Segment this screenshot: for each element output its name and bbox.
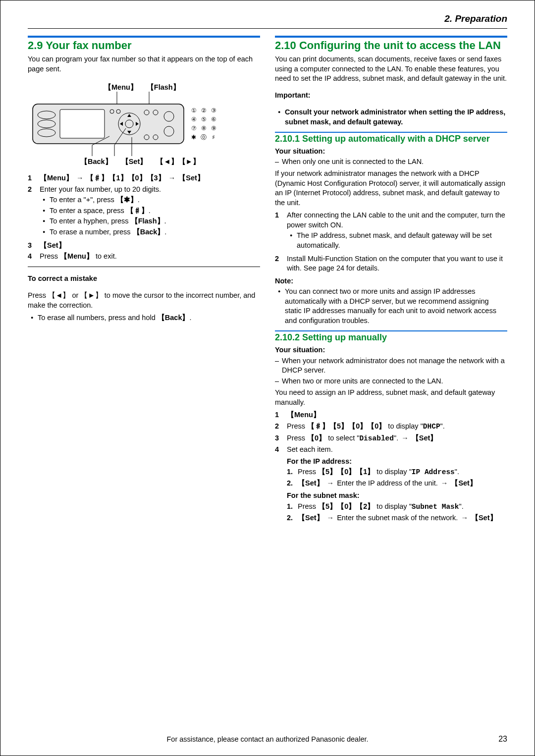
subsection-rule <box>275 330 507 331</box>
substep-1: 1. Press 501 to display "IP Address". <box>287 467 507 478</box>
hash-key: ♯ <box>126 207 149 215</box>
step-2: 2 Enter your fax number, up to 20 digits… <box>28 185 260 239</box>
svg-text:④: ④ <box>191 116 197 123</box>
display-text: Subnet Mask <box>412 503 459 511</box>
label-menu: Menu <box>104 83 138 93</box>
label-set: Set <box>121 157 148 167</box>
section-heading: 2.10 Configuring the unit to access the … <box>275 39 507 52</box>
set-button-ref: Set <box>451 479 477 487</box>
key-0: 0 <box>348 422 367 430</box>
arrow-icon: → <box>400 434 410 442</box>
step-text: After connecting the LAN cable to the un… <box>287 211 505 229</box>
device-svg: ①②③ ④⑤⑥ ⑦⑧⑨ ✱⓪♯ <box>28 92 228 156</box>
bullet: The IP address, subnet mask, and default… <box>297 231 507 250</box>
hash-key: ♯ <box>86 174 108 182</box>
intro-text: You can print documents, scan documents,… <box>275 54 507 84</box>
set-button-ref: Set <box>412 434 438 442</box>
svg-text:⑨: ⑨ <box>211 125 216 132</box>
key-1: 1 <box>356 468 374 476</box>
chapter-label: 2. Preparation <box>28 12 507 25</box>
section-rule <box>28 36 260 38</box>
columns: 2.9 Your fax number You can program your… <box>28 36 507 525</box>
left-column: 2.9 Your fax number You can program your… <box>28 36 260 525</box>
page: 2. Preparation 2.9 Your fax number You c… <box>0 0 535 756</box>
important-label: Important: <box>275 91 507 101</box>
situation-item: When your network administrator does not… <box>282 356 507 376</box>
bullet: To enter a hyphen, press Flash. <box>50 216 260 226</box>
label-arrows: 【◄】【►】 <box>156 157 200 167</box>
svg-text:⓪: ⓪ <box>201 134 207 141</box>
key-0: 0 <box>128 174 147 182</box>
substep-2: 2. Set → Enter the subnet mask of the ne… <box>287 513 507 523</box>
section-rule <box>275 36 507 38</box>
mistake-heading: To correct a mistake <box>28 274 260 284</box>
subsection-heading: 2.10.2 Setting up manually <box>275 332 507 343</box>
set-button-ref: Set <box>298 514 324 522</box>
body-text: If your network administrator manages th… <box>275 169 507 208</box>
svg-text:⑦: ⑦ <box>191 125 197 132</box>
step-text: Install Multi-Function Station on the co… <box>287 254 507 273</box>
set-button-ref: Set <box>471 514 497 522</box>
device-diagram: Menu Flash <box>28 83 260 166</box>
key-5: 5 <box>318 502 337 510</box>
svg-text:⑥: ⑥ <box>211 116 216 123</box>
ip-heading: For the IP address: <box>287 457 507 467</box>
step-2: 2 Install Multi-Function Station on the … <box>275 254 507 273</box>
subnet-heading: For the subnet mask: <box>287 491 507 501</box>
key-0: 0 <box>337 502 356 510</box>
arrow-icon: → <box>326 479 335 487</box>
step-text: Set each item. <box>287 445 333 453</box>
label-flash: Flash <box>147 83 180 93</box>
key-0: 0 <box>367 422 386 430</box>
step-1: 1 After connecting the LAN cable to the … <box>275 211 507 252</box>
substep-2: 2. Set → Enter the IP address of the uni… <box>287 479 507 488</box>
set-button-ref: Set <box>178 174 205 182</box>
note-bullet: You can connect two or more units and as… <box>285 287 507 325</box>
set-button-ref: Set <box>40 241 66 249</box>
menu-button-ref: Menu <box>287 411 321 419</box>
bullet: To enter a "+", press ✱. <box>50 195 260 205</box>
bullet: To erase all numbers, press and hold Bac… <box>38 313 260 323</box>
menu-button-ref: Menu <box>40 174 73 182</box>
svg-text:✱: ✱ <box>191 134 196 141</box>
subsection-heading: 2.10.1 Setting up automatically with a D… <box>275 134 507 145</box>
arrow-icon: → <box>326 514 335 522</box>
situation-label: Your situation: <box>275 147 507 157</box>
arrow-icon: → <box>167 174 177 182</box>
arrow-icon: → <box>440 479 449 487</box>
key-0: 0 <box>307 434 326 442</box>
svg-text:♯: ♯ <box>212 134 215 141</box>
thin-rule <box>28 267 260 267</box>
star-key: ✱ <box>116 196 138 204</box>
svg-text:③: ③ <box>211 107 216 114</box>
subsection-rule <box>275 132 507 133</box>
back-button-ref: Back <box>158 314 190 322</box>
mistake-text: Press 【◄】 or 【►】 to move the cursor to t… <box>28 291 260 310</box>
top-rule <box>28 28 507 29</box>
footer-text: For assistance, please contact an author… <box>28 735 507 745</box>
label-back: Back <box>80 157 112 167</box>
intro-text: You can program your fax number so that … <box>28 54 260 74</box>
menu-button-ref: Menu <box>60 252 94 260</box>
step-text: Enter your fax number, up to 20 digits. <box>40 185 161 193</box>
svg-text:⑧: ⑧ <box>201 125 207 132</box>
key-3: 3 <box>147 174 165 182</box>
step-4: 4 Press Menu to exit. <box>28 252 260 262</box>
bullet: To enter a space, press ♯. <box>50 206 260 216</box>
arrow-icon: → <box>460 514 469 522</box>
note-label: Note: <box>275 276 507 286</box>
hash-key: ♯ <box>307 422 329 430</box>
step-2: 2 Press ♯500 to display "DHCP". <box>275 422 507 432</box>
flash-button-ref: Flash <box>131 217 164 225</box>
bullet: To erase a number, press Back. <box>50 227 260 237</box>
step-1: 1 Menu <box>275 410 507 420</box>
important-bullet: Consult your network administrator when … <box>285 108 507 127</box>
display-text: Disabled <box>359 434 394 442</box>
svg-text:②: ② <box>201 107 207 114</box>
key-0: 0 <box>337 468 356 476</box>
body-text: You need to assign an IP address, subnet… <box>275 388 507 407</box>
situation-item: When two or more units are connected to … <box>282 377 507 386</box>
display-text: IP Address <box>412 468 455 476</box>
section-heading: 2.9 Your fax number <box>28 39 260 52</box>
display-text: DHCP <box>423 423 440 431</box>
